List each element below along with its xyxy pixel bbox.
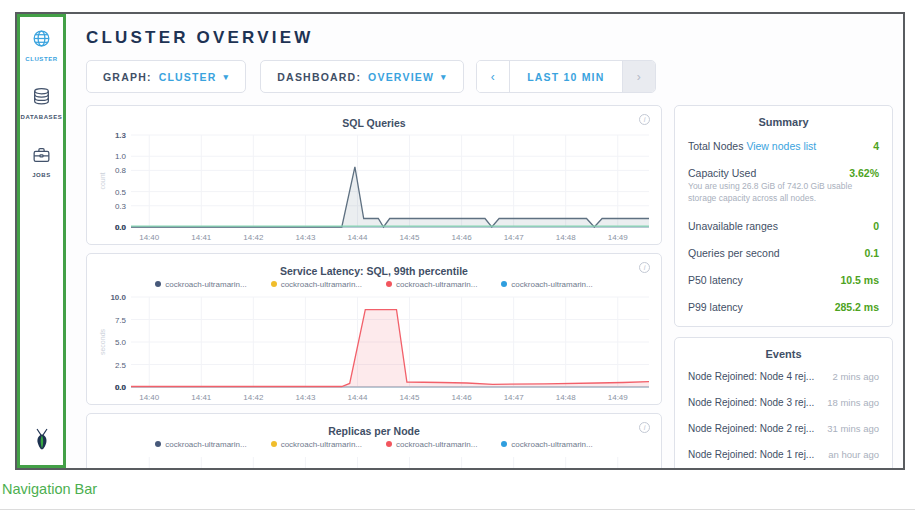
svg-text:1.3: 1.3 xyxy=(115,131,127,140)
info-icon[interactable]: i xyxy=(639,262,650,273)
svg-text:count: count xyxy=(99,172,106,189)
summary-label: Queries per second xyxy=(688,247,780,259)
page-title: CLUSTER OVERVIEW xyxy=(86,28,893,48)
event-row: Node Rejoined: Node 4 rej... 2 mins ago xyxy=(688,364,879,390)
svg-text:14:43: 14:43 xyxy=(295,393,316,402)
service-latency-chart-card: Service Latency: SQL, 99th percentile i … xyxy=(86,253,662,405)
event-label[interactable]: Node Rejoined: Node 1 rej... xyxy=(688,449,814,460)
svg-text:14:48: 14:48 xyxy=(556,393,577,402)
series-dot-icon xyxy=(155,441,161,447)
time-next-button-disabled[interactable]: › xyxy=(622,61,655,92)
svg-text:0.3: 0.3 xyxy=(115,202,127,211)
replicas-per-node-chart-card: Replicas per Node i cockroach-ultramarin… xyxy=(86,413,662,468)
series-dot-icon xyxy=(386,281,392,287)
info-icon[interactable]: i xyxy=(639,422,650,433)
svg-text:14:41: 14:41 xyxy=(191,233,212,242)
svg-text:0.8: 0.8 xyxy=(115,166,127,175)
svg-text:0.5: 0.5 xyxy=(115,188,127,197)
svg-text:14:46: 14:46 xyxy=(452,233,473,242)
summary-row-p50-latency: P50 latency 10.5 ms xyxy=(688,266,879,293)
series-dot-icon xyxy=(271,281,277,287)
svg-text:0.0: 0.0 xyxy=(115,383,127,392)
legend-item: cockroach-ultramarin... xyxy=(501,280,592,289)
sidebar-item-jobs[interactable]: JOBS xyxy=(31,144,52,178)
event-row: Node Rejoined: Node 3 rej... 18 mins ago xyxy=(688,390,879,416)
event-label[interactable]: Node Rejoined: Node 4 rej... xyxy=(688,371,814,382)
summary-value: 4 xyxy=(873,140,879,152)
svg-text:14:42: 14:42 xyxy=(243,233,264,242)
svg-text:14:40: 14:40 xyxy=(139,233,160,242)
bottom-divider xyxy=(0,509,915,510)
chart-title: Replicas per Node xyxy=(328,425,420,437)
summary-label: Unavailable ranges xyxy=(688,220,778,232)
event-time: an hour ago xyxy=(828,449,879,460)
event-label[interactable]: Node Rejoined: Node 2 rej... xyxy=(688,423,814,434)
svg-text:1.0: 1.0 xyxy=(115,152,127,161)
view-nodes-list-link[interactable]: View nodes list xyxy=(746,140,816,152)
event-row: Node Rejoined: Node 2 rej... 31 mins ago xyxy=(688,416,879,442)
replicas-per-node-chart-canvas: 14:4014:4114:4214:4314:4414:4514:4614:47… xyxy=(95,451,653,468)
legend-item: cockroach-ultramarin... xyxy=(155,440,246,449)
summary-value: 285.2 ms xyxy=(835,301,879,313)
sidebar-item-label: CLUSTER xyxy=(25,56,58,62)
dashboard-dropdown[interactable]: DASHBOARD: OVERVIEW ▾ xyxy=(260,60,463,93)
time-prev-button[interactable]: ‹ xyxy=(477,61,510,92)
time-range-selector: ‹ LAST 10 MIN › xyxy=(476,60,656,93)
svg-text:14:45: 14:45 xyxy=(400,233,421,242)
service-latency-chart-canvas: 14:4014:4114:4214:4314:4414:4514:4614:47… xyxy=(95,291,653,405)
summary-title: Summary xyxy=(688,116,879,128)
chart-header: Replicas per Node i xyxy=(95,421,653,437)
cluster-globe-icon xyxy=(31,28,52,53)
summary-value: 10.5 ms xyxy=(840,274,879,286)
right-column: Summary Total Nodes View nodes list 4 Ca… xyxy=(674,105,893,468)
chart-title: Service Latency: SQL, 99th percentile xyxy=(280,265,468,277)
chart-header: Service Latency: SQL, 99th percentile i xyxy=(95,261,653,277)
chart-legend: cockroach-ultramarin... cockroach-ultram… xyxy=(95,277,653,291)
event-time: 2 mins ago xyxy=(833,371,879,382)
svg-text:0.0: 0.0 xyxy=(115,223,127,232)
time-range-value[interactable]: LAST 10 MIN xyxy=(510,61,622,92)
info-icon[interactable]: i xyxy=(639,114,650,125)
series-dot-icon xyxy=(271,441,277,447)
sidebar-item-databases[interactable]: DATABASES xyxy=(21,86,63,120)
databases-icon xyxy=(31,86,52,111)
dashboard-dropdown-label: DASHBOARD: xyxy=(277,71,361,83)
sidebar-item-cluster[interactable]: CLUSTER xyxy=(25,28,58,62)
event-time: 18 mins ago xyxy=(827,397,879,408)
events-panel: Events Node Rejoined: Node 4 rej... 2 mi… xyxy=(674,337,893,468)
svg-text:14:49: 14:49 xyxy=(608,393,629,402)
event-time: 31 mins ago xyxy=(827,423,879,434)
summary-label: P50 latency xyxy=(688,274,743,286)
series-dot-icon xyxy=(386,441,392,447)
navigation-sidebar: CLUSTER DATABASES xyxy=(17,14,66,468)
chart-legend: cockroach-ultramarin... cockroach-ultram… xyxy=(95,437,653,451)
svg-text:14:48: 14:48 xyxy=(556,233,577,242)
svg-text:14:49: 14:49 xyxy=(608,233,629,242)
svg-text:14:44: 14:44 xyxy=(347,233,368,242)
legend-item: cockroach-ultramarin... xyxy=(386,280,477,289)
dashboard-dropdown-value: OVERVIEW xyxy=(368,71,434,83)
summary-label: Capacity Used xyxy=(688,167,756,179)
main-content: CLUSTER OVERVIEW GRAPH: CLUSTER ▾ DASHBO… xyxy=(66,14,903,468)
svg-text:7.5: 7.5 xyxy=(115,316,127,325)
event-label[interactable]: Node Rejoined: Node 3 rej... xyxy=(688,397,814,408)
chevron-down-icon: ▾ xyxy=(224,72,230,82)
svg-text:seconds: seconds xyxy=(99,328,106,355)
sql-queries-chart-canvas: 14:4014:4114:4214:4314:4414:4514:4614:47… xyxy=(95,129,653,245)
toolbar: GRAPH: CLUSTER ▾ DASHBOARD: OVERVIEW ▾ ‹… xyxy=(86,60,893,93)
legend-item: cockroach-ultramarin... xyxy=(501,440,592,449)
graph-dropdown-value: CLUSTER xyxy=(159,71,217,83)
chart-title: SQL Queries xyxy=(342,117,405,129)
series-dot-icon xyxy=(501,441,507,447)
summary-label: Total Nodes xyxy=(688,140,743,152)
graph-dropdown[interactable]: GRAPH: CLUSTER ▾ xyxy=(86,60,246,93)
summary-row-queries-per-second: Queries per second 0.1 xyxy=(688,239,879,266)
legend-item: cockroach-ultramarin... xyxy=(155,280,246,289)
legend-item: cockroach-ultramarin... xyxy=(271,280,362,289)
dashboard-body: SQL Queries i 14:4014:4114:4214:4314:441… xyxy=(86,105,893,468)
svg-text:2.5: 2.5 xyxy=(115,361,127,370)
svg-text:10.0: 10.0 xyxy=(110,293,126,302)
svg-text:14:47: 14:47 xyxy=(504,393,525,402)
sidebar-item-label: JOBS xyxy=(32,172,51,178)
cockroachdb-logo-icon[interactable] xyxy=(30,427,54,457)
